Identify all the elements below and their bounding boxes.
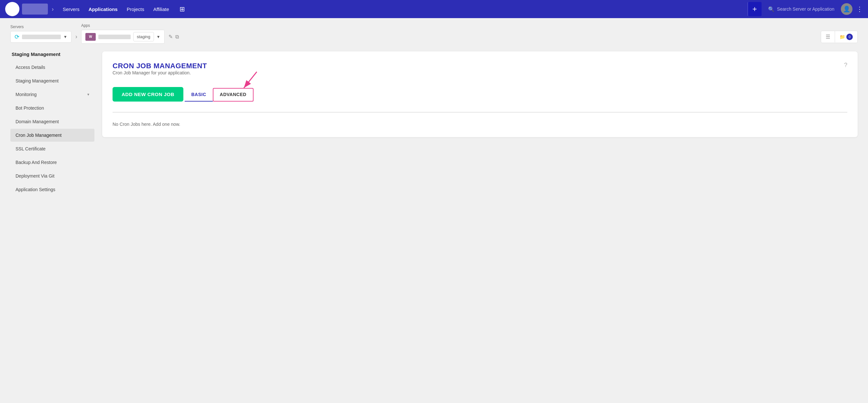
- card-title: CRON JOB MANAGEMENT: [113, 62, 207, 70]
- nav-projects[interactable]: Projects: [127, 6, 144, 12]
- folder-view-button[interactable]: 📁 0: [835, 31, 857, 43]
- help-icon[interactable]: ?: [844, 62, 847, 68]
- external-link-icon[interactable]: ⧉: [175, 34, 179, 40]
- apps-label: Apps: [81, 23, 179, 28]
- sidebar-item-application-settings[interactable]: Application Settings: [10, 183, 94, 196]
- server-icon: ⟳: [14, 33, 20, 40]
- card-subtitle: Cron Job Manager for your application.: [113, 70, 207, 75]
- view-toggle: ☰ 📁 0: [821, 31, 858, 43]
- add-button[interactable]: +: [747, 2, 762, 16]
- sidebar-item-monitoring[interactable]: Monitoring ▾: [10, 88, 94, 101]
- sidebar-item-staging-management[interactable]: Staging Management: [10, 74, 94, 87]
- sidebar-item-ssl-certificate[interactable]: SSL Certificate: [10, 142, 94, 155]
- app-chevron-icon: ▼: [157, 35, 160, 39]
- search-area[interactable]: 🔍 Search Server or Application: [764, 6, 838, 12]
- server-name-placeholder: [22, 35, 61, 39]
- content-area: CRON JOB MANAGEMENT Cron Job Manager for…: [102, 52, 858, 395]
- user-avatar[interactable]: 👤: [841, 3, 852, 15]
- edit-icon[interactable]: ✎: [168, 34, 173, 40]
- staging-badge[interactable]: staging: [133, 32, 154, 41]
- chevron-down-icon: ▾: [87, 92, 89, 97]
- woocommerce-icon: W: [85, 33, 96, 41]
- logo-area: ›: [5, 2, 55, 16]
- empty-state-text: No Cron Jobs here. Add one now.: [113, 122, 847, 127]
- search-placeholder: Search Server or Application: [777, 6, 834, 12]
- server-section: Servers ⟳ ▼: [10, 25, 71, 43]
- sidebar-item-deployment-via-git[interactable]: Deployment Via Git: [10, 169, 94, 182]
- folder-badge: 0: [846, 34, 853, 40]
- more-icon[interactable]: ⋮: [856, 5, 863, 13]
- search-icon: 🔍: [768, 6, 775, 12]
- nav-arrow: ›: [52, 6, 54, 12]
- app-name-placeholder: [98, 35, 131, 39]
- add-cron-job-button[interactable]: ADD NEW CRON JOB: [113, 87, 183, 101]
- svg-rect-3: [8, 9, 10, 10]
- main-layout: Staging Management Access Details Stagin…: [0, 44, 868, 403]
- breadcrumb-arrow: ›: [75, 33, 77, 40]
- app-selector[interactable]: W staging ▼: [81, 30, 165, 44]
- server-selector[interactable]: ⟳ ▼: [10, 31, 71, 43]
- card-title-area: CRON JOB MANAGEMENT Cron Job Manager for…: [113, 62, 207, 85]
- nav-applications[interactable]: Applications: [89, 6, 118, 12]
- nav-links: Servers Applications Projects Affiliate …: [63, 5, 185, 13]
- grid-icon[interactable]: ⊞: [180, 5, 185, 13]
- list-view-button[interactable]: ☰: [821, 31, 835, 42]
- app-section: Apps W staging ▼ ✎ ⧉: [81, 23, 179, 44]
- subheader-right: ☰ 📁 0: [821, 31, 858, 43]
- svg-rect-2: [10, 8, 17, 11]
- app-selector-row: W staging ▼ ✎ ⧉: [81, 30, 179, 44]
- card-header: CRON JOB MANAGEMENT Cron Job Manager for…: [113, 62, 847, 85]
- servers-label: Servers: [10, 25, 71, 29]
- tabs-annotation-area: BASIC ADVANCED: [185, 88, 253, 112]
- top-navigation: › Servers Applications Projects Affiliat…: [0, 0, 868, 18]
- annotation-container: ADVANCED: [213, 88, 253, 101]
- cron-job-card: CRON JOB MANAGEMENT Cron Job Manager for…: [102, 52, 858, 137]
- nav-affiliate[interactable]: Affiliate: [153, 6, 169, 12]
- sidebar-item-bot-protection[interactable]: Bot Protection: [10, 101, 94, 115]
- sidebar-item-domain-management[interactable]: Domain Management: [10, 115, 94, 128]
- subheader: Servers ⟳ ▼ › Apps W staging ▼ ✎ ⧉ ☰ �: [0, 18, 868, 44]
- sidebar-item-backup-and-restore[interactable]: Backup And Restore: [10, 156, 94, 169]
- cloud-logo[interactable]: [5, 2, 20, 16]
- server-selector-row: ⟳ ▼: [10, 31, 71, 43]
- tabs-row: BASIC ADVANCED: [185, 88, 253, 101]
- sidebar-item-cron-job-management[interactable]: Cron Job Management: [10, 129, 94, 142]
- sidebar: Staging Management Access Details Stagin…: [10, 52, 94, 395]
- sidebar-item-access-details[interactable]: Access Details: [10, 61, 94, 74]
- folder-icon: 📁: [840, 34, 845, 39]
- chevron-down-icon: ▼: [63, 35, 67, 39]
- tab-basic[interactable]: BASIC: [185, 89, 213, 101]
- nav-servers[interactable]: Servers: [63, 6, 80, 12]
- tab-advanced[interactable]: ADVANCED: [213, 88, 253, 101]
- sidebar-title: Staging Management: [10, 52, 94, 57]
- breadcrumb-server-btn[interactable]: [22, 4, 48, 14]
